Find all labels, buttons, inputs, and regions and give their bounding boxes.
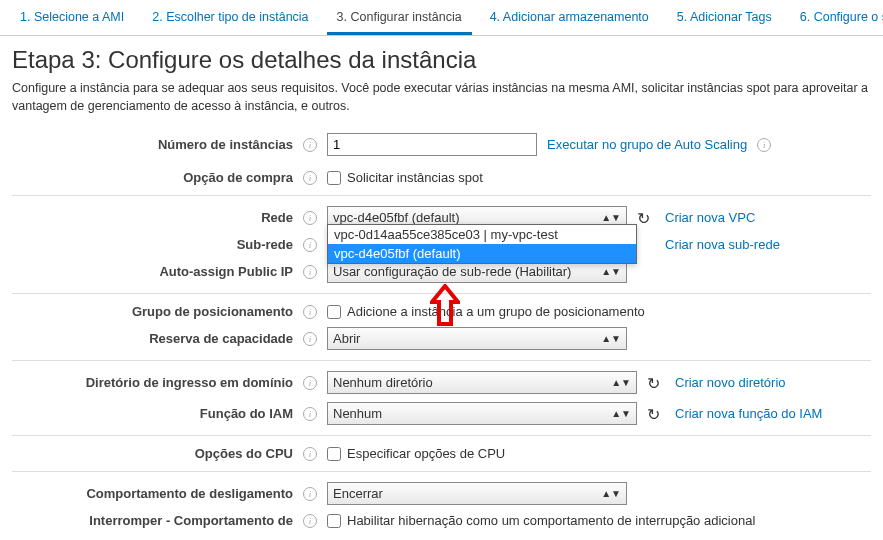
select-shutdown[interactable]: Encerrar▲▼ <box>327 482 627 505</box>
chevron-up-down-icon: ▲▼ <box>601 336 621 342</box>
vpc-link[interactable]: Criar nova VPC <box>665 210 755 225</box>
label-shutdown: Comportamento de desligamento <box>86 486 293 501</box>
info-icon[interactable]: i <box>303 305 317 319</box>
row-domain: Diretório de ingresso em domínioi Nenhum… <box>12 367 871 398</box>
page-title: Etapa 3: Configure os detalhes da instân… <box>12 46 871 74</box>
tab-configure[interactable]: 3. Configurar instância <box>327 5 472 35</box>
label-iam: Função do IAM <box>200 406 293 421</box>
info-icon[interactable]: i <box>303 332 317 346</box>
stop-checkbox[interactable] <box>327 514 341 528</box>
cpu-checkbox[interactable] <box>327 447 341 461</box>
row-iam: Função do IAMi Nenhum▲▼ ↻ Criar nova fun… <box>12 398 871 429</box>
select-domain-value: Nenhum diretório <box>333 375 433 390</box>
tab-security[interactable]: 6. Configure o security group <box>790 5 883 35</box>
select-autoip-value: Usar configuração de sub-rede (Habilitar… <box>333 264 571 279</box>
info-icon[interactable]: i <box>303 138 317 152</box>
label-network: Rede <box>261 210 293 225</box>
chevron-up-down-icon: ▲▼ <box>611 380 631 386</box>
info-icon[interactable]: i <box>303 514 317 528</box>
iam-link[interactable]: Criar nova função do IAM <box>675 406 822 421</box>
tab-instance-type[interactable]: 2. Escolher tipo de instância <box>142 5 318 35</box>
label-domain: Diretório de ingresso em domínio <box>86 375 293 390</box>
tab-storage[interactable]: 4. Adicionar armazenamento <box>480 5 659 35</box>
info-icon[interactable]: i <box>303 265 317 279</box>
select-capacity[interactable]: Abrir▲▼ <box>327 327 627 350</box>
spot-label: Solicitar instâncias spot <box>347 170 483 185</box>
info-icon[interactable]: i <box>303 171 317 185</box>
select-capacity-value: Abrir <box>333 331 360 346</box>
tab-tags[interactable]: 5. Adicionar Tags <box>667 5 782 35</box>
info-icon[interactable]: i <box>303 238 317 252</box>
label-placement: Grupo de posicionamento <box>132 304 293 319</box>
row-network: Redei vpc-d4e05fbf (default)▲▼ ↻ Criar n… <box>12 202 871 233</box>
info-icon[interactable]: i <box>303 407 317 421</box>
info-icon[interactable]: i <box>303 487 317 501</box>
info-icon[interactable]: i <box>303 376 317 390</box>
row-capacity: Reserva de capacidadei Abrir▲▼ <box>12 323 871 354</box>
info-icon[interactable]: i <box>757 138 771 152</box>
refresh-icon[interactable]: ↻ <box>637 209 655 227</box>
refresh-icon[interactable]: ↻ <box>647 405 665 423</box>
domain-link[interactable]: Criar novo diretório <box>675 375 786 390</box>
info-icon[interactable]: i <box>303 211 317 225</box>
label-purchase: Opção de compra <box>183 170 293 185</box>
row-purchase: Opção de comprai Solicitar instâncias sp… <box>12 166 871 189</box>
tab-ami[interactable]: 1. Selecione a AMI <box>10 5 134 35</box>
content: Etapa 3: Configure os detalhes da instân… <box>0 36 883 540</box>
label-subnet: Sub-rede <box>237 237 293 252</box>
spot-checkbox[interactable] <box>327 171 341 185</box>
network-option-2[interactable]: vpc-d4e05fbf (default) <box>328 244 636 263</box>
label-instances: Número de instâncias <box>158 137 293 152</box>
network-option-1[interactable]: vpc-0d14aa55ce385ce03 | my-vpc-test <box>328 225 636 244</box>
row-shutdown: Comportamento de desligamentoi Encerrar▲… <box>12 478 871 509</box>
asg-link[interactable]: Executar no grupo de Auto Scaling <box>547 137 747 152</box>
chevron-up-down-icon: ▲▼ <box>611 411 631 417</box>
select-shutdown-value: Encerrar <box>333 486 383 501</box>
cpu-label: Especificar opções de CPU <box>347 446 505 461</box>
info-icon[interactable]: i <box>303 447 317 461</box>
select-iam-value: Nenhum <box>333 406 382 421</box>
row-stop: Interromper - Comportamento dei Habilita… <box>12 509 871 532</box>
chevron-up-down-icon: ▲▼ <box>601 215 621 221</box>
refresh-icon[interactable]: ↻ <box>647 374 665 392</box>
stop-label: Habilitar hibernação como um comportamen… <box>347 513 755 528</box>
select-domain[interactable]: Nenhum diretório▲▼ <box>327 371 637 394</box>
label-cpu: Opções do CPU <box>195 446 293 461</box>
label-stop: Interromper - Comportamento de <box>89 513 293 528</box>
page-desc: Configure a instância para se adequar ao… <box>12 80 871 115</box>
wizard-tabs: 1. Selecione a AMI 2. Escolher tipo de i… <box>0 0 883 36</box>
chevron-up-down-icon: ▲▼ <box>601 269 621 275</box>
input-instances[interactable] <box>327 133 537 156</box>
row-instances: Número de instânciasi Executar no grupo … <box>12 129 871 160</box>
network-dropdown: vpc-0d14aa55ce385ce03 | my-vpc-test vpc-… <box>327 224 637 264</box>
label-capacity: Reserva de capacidade <box>149 331 293 346</box>
label-autoip: Auto-assign Public IP <box>159 264 293 279</box>
row-placement: Grupo de posicionamentoi Adicione a inst… <box>12 300 871 323</box>
select-iam[interactable]: Nenhum▲▼ <box>327 402 637 425</box>
placement-checkbox[interactable] <box>327 305 341 319</box>
chevron-up-down-icon: ▲▼ <box>601 491 621 497</box>
subnet-link[interactable]: Criar nova sub-rede <box>665 237 780 252</box>
row-cpu: Opções do CPUi Especificar opções de CPU <box>12 442 871 465</box>
select-network-value: vpc-d4e05fbf (default) <box>333 210 459 225</box>
placement-label: Adicione a instância a um grupo de posic… <box>347 304 645 319</box>
